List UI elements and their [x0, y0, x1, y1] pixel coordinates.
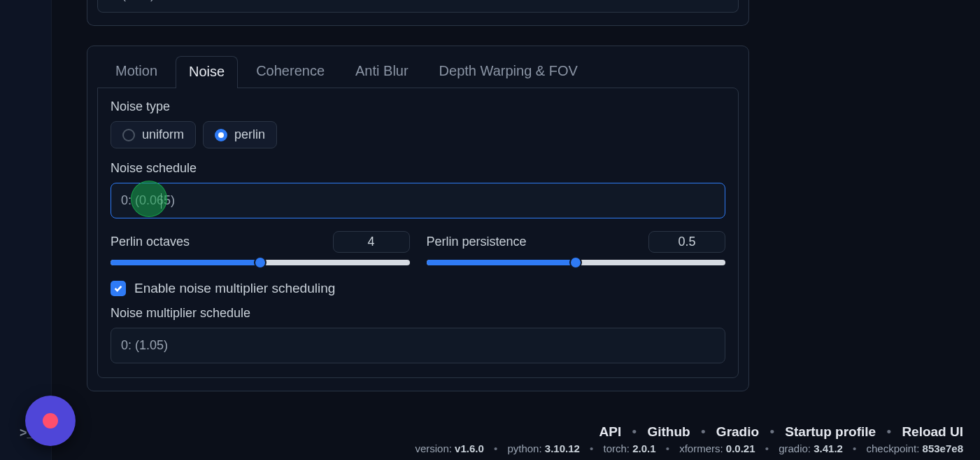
enable-noise-multiplier-checkbox[interactable]: Enable noise multiplier scheduling — [111, 281, 725, 296]
noise-tab-body: Noise type uniform perlin Noise schedule… — [97, 88, 739, 378]
record-icon — [43, 413, 58, 428]
noise-multiplier-schedule-label: Noise multiplier schedule — [111, 306, 725, 321]
footer-link-gradio[interactable]: Gradio — [716, 424, 759, 439]
noise-multiplier-schedule-input[interactable]: 0: (1.05) — [111, 328, 725, 363]
noise-type-label: Noise type — [111, 99, 725, 114]
footer-link-reload-ui[interactable]: Reload UI — [902, 424, 963, 439]
radio-uniform[interactable]: uniform — [111, 121, 196, 148]
perlin-octaves-slider-group: Perlin octaves 4 — [111, 231, 410, 265]
noise-multiplier-schedule-value: 0: (1.05) — [121, 338, 168, 352]
perlin-persistence-value-input[interactable]: 0.5 — [648, 231, 725, 253]
outer-settings-panel: 0: (0.65) — [87, 0, 749, 26]
record-button[interactable] — [25, 396, 76, 446]
perlin-octaves-slider[interactable] — [111, 260, 410, 265]
tab-coherence[interactable]: Coherence — [243, 56, 337, 88]
footer-meta: version: v1.6.0 • python: 3.10.12 • torc… — [69, 442, 963, 454]
perlin-octaves-label: Perlin octaves — [111, 235, 190, 249]
tab-antiblur[interactable]: Anti Blur — [343, 56, 421, 88]
radio-perlin-label: perlin — [234, 127, 265, 142]
perlin-octaves-value-input[interactable]: 4 — [333, 231, 410, 253]
footer: API • Github • Gradio • Startup profile … — [52, 417, 980, 460]
perlin-persistence-slider[interactable] — [427, 260, 726, 265]
checkbox-checked-icon — [111, 281, 126, 296]
noise-schedule-value: 0: (0.065) — [121, 193, 175, 207]
radio-perlin[interactable]: perlin — [203, 121, 277, 148]
text-caret — [161, 193, 162, 209]
perlin-persistence-label: Perlin persistence — [427, 235, 527, 249]
noise-type-radio-group: uniform perlin — [111, 121, 725, 148]
upper-schedule-input[interactable]: 0: (0.65) — [97, 0, 739, 13]
left-sidebar-strip: >_ — [0, 0, 52, 460]
footer-links: API • Github • Gradio • Startup profile … — [69, 424, 963, 440]
radio-uniform-label: uniform — [142, 127, 184, 142]
settings-tabs: Motion Noise Coherence Anti Blur Depth W… — [97, 56, 739, 88]
tab-depth-warping[interactable]: Depth Warping & FOV — [427, 56, 590, 88]
noise-settings-panel: Motion Noise Coherence Anti Blur Depth W… — [87, 46, 749, 391]
footer-link-github[interactable]: Github — [647, 424, 690, 439]
enable-noise-multiplier-label: Enable noise multiplier scheduling — [134, 281, 335, 296]
footer-link-api[interactable]: API — [599, 424, 622, 439]
noise-schedule-label: Noise schedule — [111, 161, 725, 176]
tab-noise[interactable]: Noise — [176, 56, 238, 88]
perlin-persistence-slider-group: Perlin persistence 0.5 — [427, 231, 726, 265]
tab-motion[interactable]: Motion — [103, 56, 170, 88]
footer-link-startup-profile[interactable]: Startup profile — [785, 424, 876, 439]
noise-schedule-input[interactable]: 0: (0.065) — [111, 183, 725, 218]
